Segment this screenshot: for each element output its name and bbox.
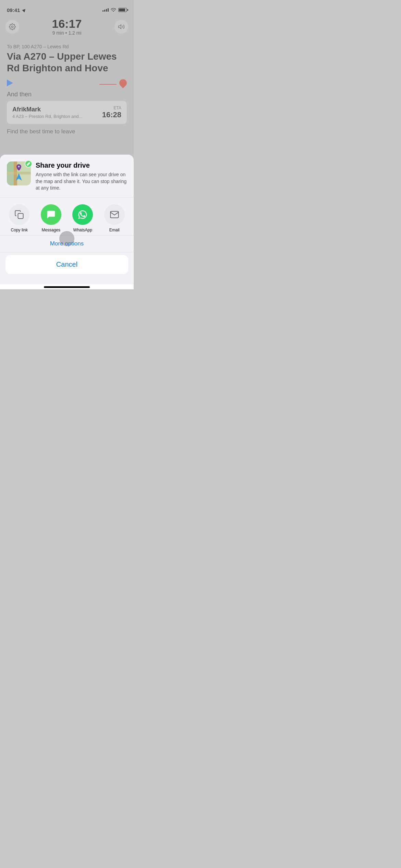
svg-rect-7 xyxy=(7,174,14,185)
messages-button[interactable]: Messages xyxy=(39,204,63,232)
dimmed-overlay xyxy=(0,0,134,178)
copy-link-label: Copy link xyxy=(11,228,28,232)
whatsapp-label: WhatsApp xyxy=(73,228,92,232)
svg-rect-9 xyxy=(18,214,23,219)
home-indicator-area xyxy=(0,284,134,289)
share-text-content: Share your drive Anyone with the link ca… xyxy=(36,161,127,192)
share-map-icon-container xyxy=(7,161,31,185)
copy-link-icon xyxy=(9,204,29,225)
messages-icon xyxy=(41,204,61,225)
whatsapp-icon xyxy=(72,204,93,225)
share-description: Anyone with the link can see your drive … xyxy=(36,171,127,192)
nav-arrow-icon xyxy=(16,173,22,181)
cancel-button[interactable]: Cancel xyxy=(5,255,128,274)
cancel-section: Cancel xyxy=(0,252,134,284)
email-icon xyxy=(104,204,125,225)
copy-link-button[interactable]: Copy link xyxy=(7,204,31,232)
email-button[interactable]: Email xyxy=(102,204,126,232)
share-sheet: Share your drive Anyone with the link ca… xyxy=(0,155,134,289)
touch-indicator xyxy=(59,231,74,246)
whatsapp-button[interactable]: WhatsApp xyxy=(71,204,95,232)
share-header: Share your drive Anyone with the link ca… xyxy=(0,155,134,197)
svg-rect-5 xyxy=(7,161,14,172)
share-link-badge xyxy=(25,160,32,168)
messages-label: Messages xyxy=(41,228,60,232)
map-pin-icon xyxy=(16,164,21,170)
share-apps-row: Copy link Messages WhatsApp xyxy=(0,197,134,236)
home-indicator xyxy=(44,286,90,288)
share-title: Share your drive xyxy=(36,161,127,169)
email-label: Email xyxy=(109,228,120,232)
